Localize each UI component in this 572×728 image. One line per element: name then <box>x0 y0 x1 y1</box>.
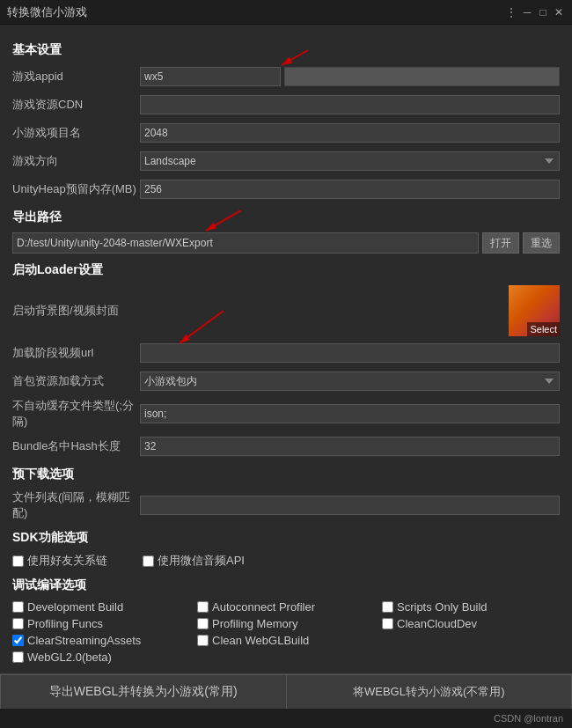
preload-title: 预下载选项 <box>12 467 560 482</box>
status-text: CSDN @lontran <box>494 713 563 724</box>
file-list-input[interactable] <box>140 496 560 515</box>
resel-btn[interactable]: 重选 <box>523 232 560 254</box>
profiling-funcs-item: Profiling Funcs <box>12 617 190 630</box>
maximize-btn[interactable]: □ <box>537 6 549 18</box>
cdn-label: 游戏资源CDN <box>12 97 140 113</box>
window-title: 转换微信小游戏 <box>7 4 505 20</box>
file-list-label: 文件列表(间隔，模糊匹配) <box>12 489 140 521</box>
first-pkg-select[interactable]: 小游戏包内 CDN <box>140 371 560 391</box>
cdn-row: 游戏资源CDN <box>12 93 560 116</box>
debug-grid: Development Build Autoconnect Profiler S… <box>12 600 560 664</box>
unity-heap-input[interactable] <box>140 180 560 199</box>
profiling-memory-label[interactable]: Profiling Memory <box>212 617 298 630</box>
unity-heap-row: UnityHeap预留内存(MB) <box>12 178 560 201</box>
profiling-memory-item: Profiling Memory <box>197 617 375 630</box>
window-controls: ⋮ ─ □ ✕ <box>505 6 565 18</box>
minimize-btn[interactable]: ─ <box>521 6 533 18</box>
export-path-title: 导出路径 <box>12 210 560 225</box>
export-path-row: D:/test/Unity/unity-2048-master/WXExport… <box>12 232 560 254</box>
status-bar: CSDN @lontran <box>0 709 572 728</box>
export-webgl-btn[interactable]: 导出WEBGL并转换为小游戏(常用) <box>0 674 286 710</box>
clean-cloud-dev-label[interactable]: CleanCloudDev <box>397 617 477 630</box>
first-pkg-row: 首包资源加载方式 小游戏包内 CDN <box>12 370 560 393</box>
dev-build-label[interactable]: Development Build <box>27 600 123 614</box>
autoconnect-checkbox[interactable] <box>197 601 209 613</box>
bundle-hash-row: Bundle名中Hash长度 <box>12 435 560 458</box>
no-cache-row: 不自动缓存文件类型(;分隔) <box>12 398 560 430</box>
autoconnect-label[interactable]: Autoconnect Profiler <box>212 600 315 614</box>
bottom-bar: 导出WEBGL并转换为小游戏(常用) 将WEBGL转为小游戏(不常用) <box>0 673 572 709</box>
bg-image-label: 启动背景图/视频封面 <box>12 303 140 319</box>
clean-cloud-dev-item: CleanCloudDev <box>382 617 560 630</box>
profiling-memory-checkbox[interactable] <box>197 618 209 629</box>
appid-row: 游戏appid <box>12 65 560 88</box>
webgl2-label[interactable]: WebGL2.0(beta) <box>27 651 112 664</box>
video-url-row: 加载阶段视频url <box>12 342 560 364</box>
bundle-hash-input[interactable] <box>140 437 560 456</box>
profiling-funcs-checkbox[interactable] <box>12 618 24 629</box>
main-content: 基本设置 游戏appid 游戏资源CDN 小游戏项目名 游戏方向 Landsca… <box>0 25 572 709</box>
video-url-input[interactable] <box>140 343 560 363</box>
empty-col-item <box>382 634 560 647</box>
orientation-label: 游戏方向 <box>12 153 140 169</box>
close-btn[interactable]: ✕ <box>553 6 565 18</box>
orientation-select[interactable]: Landscape Portrait <box>140 151 560 171</box>
title-bar: 转换微信小游戏 ⋮ ─ □ ✕ <box>0 0 572 25</box>
clean-cloud-dev-checkbox[interactable] <box>382 618 393 629</box>
no-cache-input[interactable] <box>140 404 560 423</box>
file-list-row: 文件列表(间隔，模糊匹配) <box>12 489 560 521</box>
friend-rank-item: 使用好友关系链 <box>12 553 107 569</box>
project-name-label: 小游戏项目名 <box>12 125 140 141</box>
sdk-row: 使用好友关系链 使用微信音频API <box>12 553 560 569</box>
profiling-funcs-label[interactable]: Profiling Funcs <box>27 617 103 630</box>
no-cache-label: 不自动缓存文件类型(;分隔) <box>12 398 140 430</box>
appid-input[interactable] <box>140 67 281 86</box>
scripts-only-label[interactable]: Scripts Only Build <box>397 600 488 614</box>
unity-heap-label: UnityHeap预留内存(MB) <box>12 181 140 197</box>
basic-settings-title: 基本设置 <box>12 42 560 58</box>
friend-rank-label[interactable]: 使用好友关系链 <box>27 553 107 569</box>
project-name-row: 小游戏项目名 <box>12 121 560 144</box>
open-btn[interactable]: 打开 <box>482 232 519 254</box>
webgl2-item: WebGL2.0(beta) <box>12 651 190 664</box>
autoconnect-item: Autoconnect Profiler <box>197 600 375 614</box>
friend-rank-checkbox[interactable] <box>12 555 24 567</box>
video-url-label: 加载阶段视频url <box>12 345 140 361</box>
clear-streaming-label[interactable]: ClearStreamingAssets <box>27 634 141 647</box>
export-path-input[interactable]: D:/test/Unity/unity-2048-master/WXExport <box>12 232 479 254</box>
loader-settings-title: 启动Loader设置 <box>12 262 560 278</box>
wechat-audio-label[interactable]: 使用微信音频API <box>158 553 245 569</box>
appid-label: 游戏appid <box>12 69 140 85</box>
orientation-row: 游戏方向 Landscape Portrait <box>12 150 560 173</box>
clean-webgl-checkbox[interactable] <box>197 635 209 646</box>
dev-build-item: Development Build <box>12 600 190 614</box>
select-label: Select <box>527 322 560 336</box>
clean-webgl-label[interactable]: Clean WebGLBuild <box>212 634 309 647</box>
clean-webgl-item: Clean WebGLBuild <box>197 634 375 647</box>
menu-btn[interactable]: ⋮ <box>505 6 517 18</box>
project-name-input[interactable] <box>140 123 560 143</box>
scripts-only-item: Scripts Only Build <box>382 600 560 614</box>
sdk-title: SDK功能选项 <box>12 530 560 546</box>
bg-image-row: 启动背景图/视频封面 Select <box>12 285 560 336</box>
scripts-only-checkbox[interactable] <box>382 601 393 613</box>
dev-build-checkbox[interactable] <box>12 601 24 613</box>
webgl2-checkbox[interactable] <box>12 651 24 663</box>
cdn-input[interactable] <box>140 95 560 114</box>
bundle-hash-label: Bundle名中Hash长度 <box>12 438 140 454</box>
convert-webgl-btn[interactable]: 将WEBGL转为小游戏(不常用) <box>286 674 573 710</box>
debug-title: 调试编译选项 <box>12 577 560 593</box>
wechat-audio-item: 使用微信音频API <box>143 553 245 569</box>
clear-streaming-checkbox[interactable] <box>12 635 24 646</box>
first-pkg-label: 首包资源加载方式 <box>12 373 140 389</box>
wechat-audio-checkbox[interactable] <box>143 555 154 567</box>
clear-streaming-item: ClearStreamingAssets <box>12 634 190 647</box>
thumbnail-preview[interactable]: Select <box>509 285 560 336</box>
